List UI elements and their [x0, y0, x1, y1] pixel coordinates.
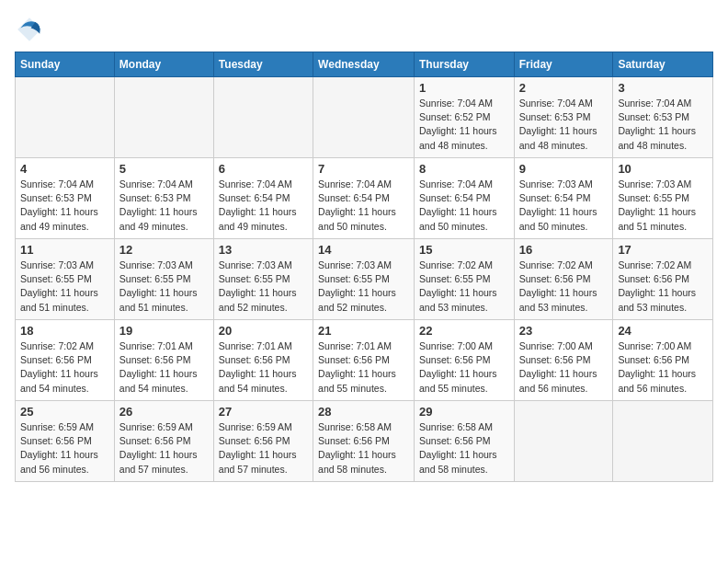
day-number: 14 [318, 243, 409, 257]
day-number: 8 [419, 162, 509, 176]
day-info: Sunrise: 7:04 AM Sunset: 6:53 PM Dayligh… [20, 178, 109, 234]
calendar-day-header: Wednesday [313, 52, 415, 77]
calendar-cell: 18Sunrise: 7:02 AM Sunset: 6:56 PM Dayli… [16, 320, 115, 401]
calendar-week-row: 1Sunrise: 7:04 AM Sunset: 6:52 PM Daylig… [16, 77, 713, 158]
calendar-cell [213, 77, 313, 158]
calendar-cell: 15Sunrise: 7:02 AM Sunset: 6:55 PM Dayli… [414, 239, 514, 320]
day-number: 9 [519, 162, 609, 176]
day-info: Sunrise: 7:03 AM Sunset: 6:54 PM Dayligh… [519, 178, 609, 234]
day-info: Sunrise: 7:00 AM Sunset: 6:56 PM Dayligh… [618, 339, 708, 396]
day-info: Sunrise: 7:02 AM Sunset: 6:56 PM Dayligh… [618, 259, 708, 315]
calendar-cell: 5Sunrise: 7:04 AM Sunset: 6:53 PM Daylig… [114, 158, 213, 239]
day-info: Sunrise: 6:59 AM Sunset: 6:56 PM Dayligh… [219, 420, 308, 477]
day-number: 23 [519, 324, 609, 338]
day-number: 20 [219, 324, 308, 338]
calendar-cell [514, 401, 613, 482]
day-info: Sunrise: 7:02 AM Sunset: 6:56 PM Dayligh… [519, 259, 609, 315]
day-info: Sunrise: 7:03 AM Sunset: 6:55 PM Dayligh… [219, 259, 308, 315]
day-info: Sunrise: 7:01 AM Sunset: 6:56 PM Dayligh… [318, 339, 409, 396]
calendar-cell [613, 401, 713, 482]
day-number: 5 [119, 162, 209, 176]
calendar-cell: 9Sunrise: 7:03 AM Sunset: 6:54 PM Daylig… [514, 158, 613, 239]
calendar-week-row: 11Sunrise: 7:03 AM Sunset: 6:55 PM Dayli… [16, 239, 713, 320]
day-number: 25 [20, 405, 109, 419]
day-info: Sunrise: 7:04 AM Sunset: 6:53 PM Dayligh… [519, 97, 609, 153]
calendar-cell: 10Sunrise: 7:03 AM Sunset: 6:55 PM Dayli… [613, 158, 713, 239]
day-number: 11 [20, 243, 109, 257]
calendar-cell [114, 77, 213, 158]
calendar-header-row: SundayMondayTuesdayWednesdayThursdayFrid… [16, 52, 713, 77]
calendar-table: SundayMondayTuesdayWednesdayThursdayFrid… [15, 52, 713, 482]
calendar-cell: 1Sunrise: 7:04 AM Sunset: 6:52 PM Daylig… [414, 77, 514, 158]
day-number: 6 [219, 162, 308, 176]
calendar-cell: 25Sunrise: 6:59 AM Sunset: 6:56 PM Dayli… [16, 401, 115, 482]
day-number: 13 [219, 243, 308, 257]
day-number: 7 [318, 162, 409, 176]
calendar-cell: 24Sunrise: 7:00 AM Sunset: 6:56 PM Dayli… [613, 320, 713, 401]
day-number: 19 [119, 324, 209, 338]
day-info: Sunrise: 7:02 AM Sunset: 6:56 PM Dayligh… [20, 339, 109, 396]
day-info: Sunrise: 6:59 AM Sunset: 6:56 PM Dayligh… [20, 420, 109, 477]
day-info: Sunrise: 7:04 AM Sunset: 6:54 PM Dayligh… [419, 178, 509, 234]
day-number: 4 [20, 162, 109, 176]
day-info: Sunrise: 7:01 AM Sunset: 6:56 PM Dayligh… [119, 339, 209, 396]
calendar-cell: 7Sunrise: 7:04 AM Sunset: 6:54 PM Daylig… [313, 158, 415, 239]
calendar-cell: 14Sunrise: 7:03 AM Sunset: 6:55 PM Dayli… [313, 239, 415, 320]
calendar-week-row: 18Sunrise: 7:02 AM Sunset: 6:56 PM Dayli… [16, 320, 713, 401]
calendar-cell: 4Sunrise: 7:04 AM Sunset: 6:53 PM Daylig… [16, 158, 115, 239]
day-info: Sunrise: 7:02 AM Sunset: 6:55 PM Dayligh… [419, 259, 509, 315]
calendar-cell: 20Sunrise: 7:01 AM Sunset: 6:56 PM Dayli… [213, 320, 313, 401]
calendar-cell [313, 77, 415, 158]
calendar-day-header: Monday [114, 52, 213, 77]
day-number: 16 [519, 243, 609, 257]
day-info: Sunrise: 7:04 AM Sunset: 6:54 PM Dayligh… [219, 178, 308, 234]
day-number: 27 [219, 405, 308, 419]
calendar-cell: 2Sunrise: 7:04 AM Sunset: 6:53 PM Daylig… [514, 77, 613, 158]
day-info: Sunrise: 7:01 AM Sunset: 6:56 PM Dayligh… [219, 339, 308, 396]
calendar-cell: 19Sunrise: 7:01 AM Sunset: 6:56 PM Dayli… [114, 320, 213, 401]
day-number: 22 [419, 324, 509, 338]
calendar-cell: 26Sunrise: 6:59 AM Sunset: 6:56 PM Dayli… [114, 401, 213, 482]
calendar-day-header: Saturday [613, 52, 713, 77]
calendar-week-row: 25Sunrise: 6:59 AM Sunset: 6:56 PM Dayli… [16, 401, 713, 482]
calendar-cell [16, 77, 115, 158]
calendar-cell: 11Sunrise: 7:03 AM Sunset: 6:55 PM Dayli… [16, 239, 115, 320]
day-info: Sunrise: 7:04 AM Sunset: 6:53 PM Dayligh… [119, 178, 209, 234]
day-info: Sunrise: 7:04 AM Sunset: 6:54 PM Dayligh… [318, 178, 409, 234]
day-number: 26 [119, 405, 209, 419]
calendar-day-header: Thursday [414, 52, 514, 77]
day-number: 24 [618, 324, 708, 338]
day-number: 17 [618, 243, 708, 257]
day-info: Sunrise: 7:04 AM Sunset: 6:53 PM Dayligh… [618, 97, 708, 153]
calendar-cell: 12Sunrise: 7:03 AM Sunset: 6:55 PM Dayli… [114, 239, 213, 320]
calendar-cell: 3Sunrise: 7:04 AM Sunset: 6:53 PM Daylig… [613, 77, 713, 158]
day-info: Sunrise: 6:58 AM Sunset: 6:56 PM Dayligh… [419, 420, 509, 477]
calendar-week-row: 4Sunrise: 7:04 AM Sunset: 6:53 PM Daylig… [16, 158, 713, 239]
page-header [15, 15, 713, 44]
calendar-day-header: Sunday [16, 52, 115, 77]
day-info: Sunrise: 7:03 AM Sunset: 6:55 PM Dayligh… [119, 259, 209, 315]
day-number: 18 [20, 324, 109, 338]
calendar-cell: 17Sunrise: 7:02 AM Sunset: 6:56 PM Dayli… [613, 239, 713, 320]
day-info: Sunrise: 6:59 AM Sunset: 6:56 PM Dayligh… [119, 420, 209, 477]
calendar-cell: 16Sunrise: 7:02 AM Sunset: 6:56 PM Dayli… [514, 239, 613, 320]
day-number: 12 [119, 243, 209, 257]
calendar-cell: 22Sunrise: 7:00 AM Sunset: 6:56 PM Dayli… [414, 320, 514, 401]
day-number: 21 [318, 324, 409, 338]
day-number: 1 [419, 81, 509, 95]
logo-icon [15, 15, 44, 44]
calendar-cell: 6Sunrise: 7:04 AM Sunset: 6:54 PM Daylig… [213, 158, 313, 239]
day-info: Sunrise: 7:03 AM Sunset: 6:55 PM Dayligh… [318, 259, 409, 315]
calendar-day-header: Tuesday [213, 52, 313, 77]
logo [15, 15, 48, 44]
day-number: 10 [618, 162, 708, 176]
calendar-cell: 23Sunrise: 7:00 AM Sunset: 6:56 PM Dayli… [514, 320, 613, 401]
calendar-day-header: Friday [514, 52, 613, 77]
calendar-cell: 27Sunrise: 6:59 AM Sunset: 6:56 PM Dayli… [213, 401, 313, 482]
day-number: 15 [419, 243, 509, 257]
day-info: Sunrise: 7:03 AM Sunset: 6:55 PM Dayligh… [20, 259, 109, 315]
day-number: 29 [419, 405, 509, 419]
day-number: 3 [618, 81, 708, 95]
day-info: Sunrise: 7:03 AM Sunset: 6:55 PM Dayligh… [618, 178, 708, 234]
calendar-cell: 8Sunrise: 7:04 AM Sunset: 6:54 PM Daylig… [414, 158, 514, 239]
